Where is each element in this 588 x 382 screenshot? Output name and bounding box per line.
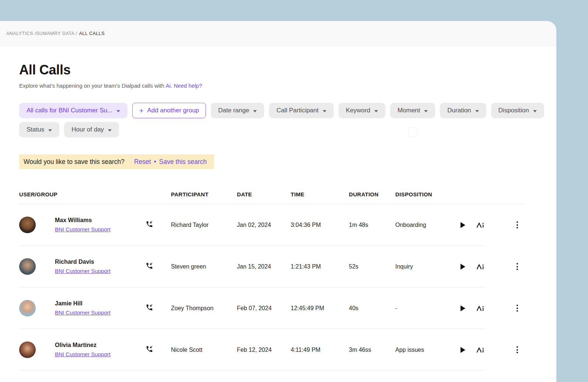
caret-down-icon [424, 110, 428, 112]
row-menu-button[interactable] [515, 303, 519, 313]
row-menu-button[interactable] [515, 262, 519, 271]
participant-cell: Zoey Thompson [171, 305, 237, 312]
user-group-cell: Jamie Hill BNI Customer Support [36, 300, 139, 316]
faint-checkbox [408, 127, 418, 137]
play-button[interactable] [461, 264, 465, 270]
ai-icon[interactable] [476, 346, 485, 353]
group-link[interactable]: BNI Customer Support [55, 309, 111, 316]
filter-dropdown-label: Keyword [346, 107, 370, 114]
caret-down-icon [533, 110, 537, 112]
dot-separator: • [154, 158, 156, 166]
col-time: TIME [291, 191, 349, 197]
avatar [19, 258, 36, 275]
filter-dropdown-label: Call Participant [276, 107, 318, 114]
row-menu-button[interactable] [515, 345, 519, 355]
ai-icon[interactable] [476, 221, 485, 228]
play-button[interactable] [461, 305, 465, 311]
caret-down-icon [108, 129, 112, 132]
duration-cell: 52s [349, 263, 395, 270]
filter-dropdown[interactable]: Date range [211, 103, 264, 118]
breadcrumb-current: ALL CALLS [79, 31, 105, 36]
phone-incoming-icon [146, 262, 153, 271]
ai-icon[interactable] [476, 263, 485, 270]
breadcrumb-trail[interactable]: ANALYTICS /SUMAMRY DATA / [6, 31, 77, 36]
phone-incoming-icon [146, 304, 153, 313]
col-disposition: DISPOSITION [395, 191, 525, 197]
app-background: ANALYTICS /SUMAMRY DATA / ALL CALLS All … [0, 0, 588, 382]
page-title: All Calls [19, 62, 556, 78]
table-row: Max Williams BNI Customer Support Rich [19, 204, 525, 246]
filter-dropdown[interactable]: Call Participant [269, 103, 333, 118]
caret-down-icon [116, 110, 120, 112]
breadcrumb: ANALYTICS /SUMAMRY DATA / ALL CALLS [0, 21, 556, 46]
filter-dropdown[interactable]: Hour of day [64, 122, 119, 137]
page-subtitle: Explore what’s happening on your team’s … [19, 83, 556, 89]
play-button[interactable] [461, 222, 465, 228]
filter-dropdown[interactable]: Status [19, 122, 59, 137]
time-cell: 1:21:43 PM [291, 263, 349, 270]
col-participant: PARTICIPANT [171, 191, 237, 197]
col-date: DATE [237, 191, 291, 197]
ai-icon[interactable] [476, 305, 485, 312]
main-panel: ANALYTICS /SUMAMRY DATA / ALL CALLS All … [0, 21, 556, 382]
time-cell: 4:11:49 PM [291, 347, 349, 353]
caret-down-icon [253, 110, 257, 112]
filter-dropdown-label: Hour of day [71, 126, 104, 133]
disposition-cell: App issues [395, 347, 454, 353]
filter-dropdown[interactable]: Moment [390, 103, 435, 118]
filter-dropdown[interactable]: Disposition [491, 103, 544, 118]
duration-cell: 1m 48s [349, 222, 395, 228]
date-cell: Jan 15, 2024 [237, 263, 291, 270]
avatar [19, 217, 36, 233]
disposition-cell: Onboarding [395, 222, 454, 228]
avatar [19, 341, 36, 358]
filter-dropdown-label: Disposition [498, 107, 529, 114]
user-name: Richard Davis [55, 259, 139, 265]
date-cell: Jan 02, 2024 [237, 222, 291, 228]
filter-dropdown-label: Status [27, 126, 44, 133]
user-name: Olivia Martinez [55, 342, 139, 348]
table-row: Jamie Hill BNI Customer Support Zoey T [19, 287, 525, 329]
group-link[interactable]: BNI Customer Support [55, 226, 111, 232]
caret-down-icon [475, 110, 479, 112]
row-menu-button[interactable] [515, 220, 519, 230]
ai-help-link[interactable]: Ai. Need help? [166, 83, 202, 89]
group-link[interactable]: BNI Customer Support [55, 268, 111, 274]
date-cell: Feb 12, 2024 [237, 347, 291, 353]
avatar [19, 300, 36, 316]
group-filter-dropdown[interactable]: All calls for BNI Customer Su... [19, 103, 127, 118]
user-group-cell: Richard Davis BNI Customer Support [36, 259, 139, 274]
disposition-cell: - [395, 305, 454, 312]
filter-dropdown[interactable]: Duration [440, 103, 486, 118]
group-link[interactable]: BNI Customer Support [55, 351, 111, 357]
table-header-row: USER/GROUP PARTICIPANT DATE TIME DURATIO… [19, 191, 525, 204]
table-row: Richard Davis BNI Customer Support Ste [19, 246, 525, 287]
duration-cell: 40s [349, 305, 395, 312]
phone-incoming-icon [146, 345, 153, 354]
save-search-link[interactable]: Save this search [159, 158, 207, 166]
date-cell: Feb 07, 2024 [237, 305, 291, 312]
user-group-cell: Olivia Martinez BNI Customer Support [36, 342, 139, 358]
phone-incoming-icon [146, 220, 153, 229]
subtitle-text: Explore what’s happening on your team’s … [19, 83, 164, 89]
filter-dropdown-label: Moment [398, 107, 420, 114]
table-body: Max Williams BNI Customer Support Rich [19, 204, 525, 371]
disposition-cell: Inquiry [395, 263, 454, 270]
play-button[interactable] [461, 347, 465, 353]
user-group-cell: Max Williams BNI Customer Support [36, 217, 139, 233]
table-row: Olivia Martinez BNI Customer Support N [19, 329, 525, 371]
group-filter-label: All calls for BNI Customer Su... [27, 107, 112, 114]
reset-link[interactable]: Reset [134, 158, 151, 166]
caret-down-icon [48, 129, 52, 132]
filter-dropdown[interactable]: Keyword [339, 103, 385, 118]
user-name: Max Williams [55, 217, 139, 224]
participant-cell: Nicole Scott [171, 347, 237, 353]
add-group-label: Add another group [147, 107, 199, 114]
add-group-button[interactable]: + Add another group [132, 103, 206, 118]
participant-cell: Steven green [171, 263, 237, 270]
col-user-group: USER/GROUP [19, 191, 171, 197]
calls-table: USER/GROUP PARTICIPANT DATE TIME DURATIO… [19, 191, 525, 371]
time-cell: 12:45:49 PM [291, 305, 349, 312]
time-cell: 3:04:36 PM [291, 222, 349, 228]
filter-dropdown-label: Duration [447, 107, 471, 114]
